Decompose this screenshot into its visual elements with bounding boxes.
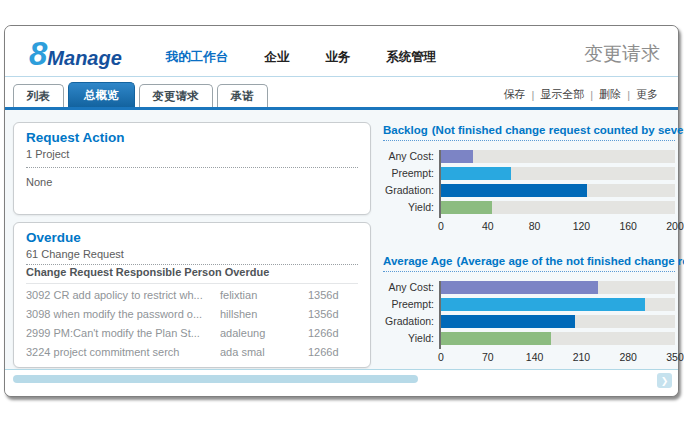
axis-tick-label: 40 (482, 220, 494, 232)
chart-bar-track (441, 167, 675, 180)
axis-tick-label: 80 (529, 220, 541, 232)
chart-bar-track (441, 201, 675, 214)
chart-category-label: Preempt: (383, 298, 439, 311)
chart-subtitle-text: (Not finished change request counted by … (432, 124, 684, 136)
overdue-row[interactable]: 3092 CR add apolicy to restrict wh...fel… (26, 286, 358, 305)
action-more[interactable]: 更多 (630, 87, 664, 102)
request-action-title: Request Action (26, 130, 358, 145)
main-nav: 我的工作台企业业务系统管理 (166, 49, 437, 66)
chart-subtitle-text: (Average age of the not finished change … (456, 255, 684, 267)
chart-bar (441, 201, 492, 214)
chart-x-axis: 04080120160200 (441, 220, 675, 234)
request-action-panel: Request Action 1 Project None (13, 122, 371, 215)
tab-overview[interactable]: 总概览 (68, 82, 135, 107)
chart-x-axis: 070140210280350 (441, 351, 675, 365)
chart-category-label: Yield: (383, 332, 439, 345)
overdue-row[interactable]: 3098 when modify the password o...hillsh… (26, 305, 358, 324)
chart-title: Average Age(Average age of the not finis… (383, 255, 675, 267)
logo-name: Manage (47, 47, 121, 70)
chart-bar (441, 332, 551, 345)
overdue-request-cell[interactable]: 3092 CR add apolicy to restrict wh... (26, 286, 220, 305)
overdue-person-cell: adaleung (220, 324, 308, 343)
axis-tick-label: 200 (666, 220, 684, 232)
chart-title: Backlog(Not finished change request coun… (383, 124, 675, 136)
nav-item-system-admin[interactable]: 系统管理 (386, 49, 436, 66)
overdue-row[interactable]: 3224 project commitment serchada smal126… (26, 343, 358, 362)
overdue-request-cell[interactable]: 3098 when modify the password o... (26, 305, 220, 324)
chart-category-label: Any Cost: (383, 281, 439, 294)
tab-change-request[interactable]: 变更请求 (139, 84, 213, 107)
overdue-title: Overdue (26, 230, 358, 245)
chart-tracks (439, 281, 675, 349)
overdue-days-cell: 1356d (308, 286, 358, 305)
page-title: 变更请求 (584, 41, 660, 67)
overdue-panel: Overdue 61 Change Request Change Request… (13, 222, 371, 368)
app-window: 8 Manage 我的工作台企业业务系统管理 变更请求 列表总概览变更请求承诺 … (4, 25, 679, 397)
tab-bar: 列表总概览变更请求承诺 保存|显示全部|删除|更多 (5, 84, 678, 107)
overdue-row[interactable]: 2999 PM:Can't modify the Plan St...adale… (26, 324, 358, 343)
axis-tick-label: 0 (438, 220, 444, 232)
chart-category-label: Gradation: (383, 184, 439, 197)
overdue-days-cell: 1266d (308, 324, 358, 343)
overdue-person-cell: ada smal (220, 343, 308, 362)
chart-plot: Any Cost:Preempt:Gradation:Yield: (383, 150, 675, 218)
app-header: 8 Manage 我的工作台企业业务系统管理 变更请求 (5, 26, 678, 77)
chart-title-text: Backlog (383, 124, 428, 136)
h-scrollbar-thumb[interactable] (13, 375, 418, 383)
8manage-logo: 8 Manage (29, 37, 122, 70)
chart-bar (441, 167, 511, 180)
charts-column: Backlog(Not finished change request coun… (383, 124, 675, 386)
tab-list[interactable]: 列表 (13, 84, 64, 107)
overdue-person-cell: felixtian (220, 286, 308, 305)
chart-bar (441, 150, 473, 163)
overdue-person-cell: hillshen (220, 305, 308, 324)
request-action-subtitle: 1 Project (26, 148, 358, 160)
overdue-table-header: Change Request Responsible Person Overdu… (26, 265, 358, 284)
chart-category-label: Yield: (383, 201, 439, 214)
horizontal-scrollbar: ❯ (5, 369, 678, 396)
nav-item-enterprise[interactable]: 企业 (264, 49, 289, 66)
overdue-subtitle: 61 Change Request (26, 248, 358, 260)
request-action-body: None (26, 176, 358, 188)
chart-category-label: Gradation: (383, 315, 439, 328)
chart-bar-track (441, 332, 675, 345)
overdue-request-cell[interactable]: 2999 PM:Can't modify the Plan St... (26, 324, 220, 343)
divider (383, 140, 675, 141)
nav-item-business[interactable]: 业务 (325, 49, 350, 66)
axis-tick-label: 350 (666, 351, 684, 363)
axis-tick-label: 120 (573, 220, 591, 232)
action-save[interactable]: 保存 (497, 87, 531, 102)
axis-tick-label: 160 (619, 220, 637, 232)
axis-tick-label: 140 (526, 351, 544, 363)
chart-bar-track (441, 150, 675, 163)
overdue-days-cell: 1356d (308, 305, 358, 324)
scroll-right-button[interactable]: ❯ (657, 373, 672, 388)
tabs: 列表总概览变更请求承诺 (13, 82, 268, 107)
toolbar-actions: 保存|显示全部|删除|更多 (497, 87, 664, 102)
axis-tick-label: 280 (619, 351, 637, 363)
logo-8-mark: 8 (29, 37, 47, 70)
chart-labels: Any Cost:Preempt:Gradation:Yield: (383, 281, 439, 349)
nav-item-my-workbench[interactable]: 我的工作台 (166, 49, 229, 66)
axis-tick-label: 0 (438, 351, 444, 363)
divider (26, 167, 358, 168)
chart-bar-track (441, 281, 675, 294)
chart-plot: Any Cost:Preempt:Gradation:Yield: (383, 281, 675, 349)
chart-bar (441, 281, 598, 294)
action-show-all[interactable]: 显示全部 (534, 87, 590, 102)
overdue-days-cell: 1266d (308, 343, 358, 362)
chart-labels: Any Cost:Preempt:Gradation:Yield: (383, 150, 439, 218)
divider (383, 271, 675, 272)
chart-bar-track (441, 298, 675, 311)
chart-backlog: Backlog(Not finished change request coun… (383, 124, 675, 234)
overdue-request-cell[interactable]: 3224 project commitment serch (26, 343, 220, 362)
chart-bar (441, 298, 645, 311)
axis-tick-label: 210 (573, 351, 591, 363)
chart-category-label: Any Cost: (383, 150, 439, 163)
axis-tick-label: 70 (482, 351, 494, 363)
chart-tracks (439, 150, 675, 218)
content-area: Request Action 1 Project None Overdue 61… (5, 110, 678, 369)
tab-commitment[interactable]: 承诺 (217, 84, 268, 107)
overdue-table-rows: 3092 CR add apolicy to restrict wh...fel… (26, 286, 358, 362)
action-delete[interactable]: 删除 (593, 87, 627, 102)
